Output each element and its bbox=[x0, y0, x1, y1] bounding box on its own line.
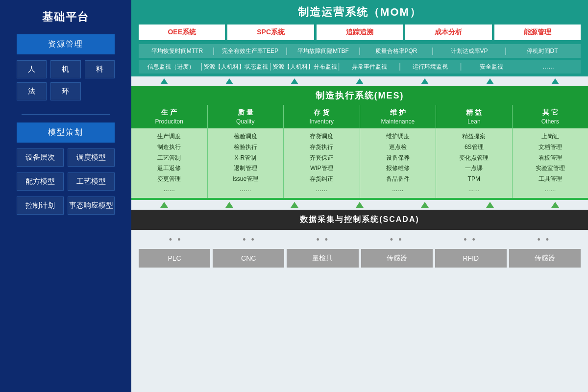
device-sensor2[interactable]: 传感器 bbox=[509, 249, 581, 268]
sidebar-item-device-level[interactable]: 设备层次 bbox=[17, 148, 64, 167]
tab-energy[interactable]: 能源管理 bbox=[494, 24, 581, 40]
sidebar-item-process-model[interactable]: 工艺模型 bbox=[68, 172, 115, 191]
sidebar-item-control-plan[interactable]: 控制计划 bbox=[17, 196, 64, 215]
sidebar-item-recipe-model[interactable]: 配方模型 bbox=[17, 172, 64, 191]
monitor-resource-dist: 资源【人机料】分布监视 bbox=[272, 63, 337, 71]
dot-4: • • bbox=[390, 235, 403, 245]
mom-kpi-row: 平均恢复时间MTTR | 完全有效生产率TEEP | 平均故障间隔MTBF | … bbox=[139, 44, 581, 58]
mes-columns: 生 产 Produciton 生产调度 制造执行 工艺管制 返工返修 变更管理 … bbox=[131, 105, 588, 198]
mom-title: 制造运营系统（MOM） bbox=[139, 5, 581, 20]
arrow-3 bbox=[291, 78, 298, 84]
devices-dots-row: • • • • • • • • • • • • bbox=[139, 233, 581, 247]
dot-3: • • bbox=[317, 235, 330, 245]
arrow-2 bbox=[225, 78, 233, 84]
sidebar-item-schedule-model[interactable]: 调度模型 bbox=[68, 148, 115, 167]
arrow-1 bbox=[160, 78, 168, 84]
scada-title: 数据采集与控制系统(SCADA) bbox=[300, 215, 419, 223]
device-sensor1[interactable]: 传感器 bbox=[361, 249, 433, 268]
sidebar-item-method[interactable]: 法 bbox=[17, 82, 47, 100]
mes-col-header-production: 生 产 Produciton bbox=[131, 105, 207, 128]
model-grid-1: 设备层次 调度模型 bbox=[17, 148, 115, 167]
bottom-arrow-7 bbox=[551, 202, 559, 208]
dot-1: • • bbox=[169, 235, 182, 245]
mes-col-body-others: 上岗证 文档管理 看板管理 实验室管理 工具管理 …… bbox=[513, 128, 588, 198]
mom-tabs: OEE系统 SPC系统 追踪追溯 成本分析 能源管理 bbox=[139, 24, 581, 40]
device-cnc[interactable]: CNC bbox=[213, 249, 284, 268]
arrow-7 bbox=[551, 78, 559, 84]
tab-oee[interactable]: OEE系统 bbox=[139, 24, 225, 40]
sidebar-divider bbox=[22, 114, 110, 115]
dot-6: • • bbox=[538, 235, 551, 245]
mes-col-others: 其 它 Others 上岗证 文档管理 看板管理 实验室管理 工具管理 …… bbox=[513, 105, 588, 198]
bottom-arrow-3 bbox=[291, 202, 298, 208]
device-rfid[interactable]: RFID bbox=[435, 249, 507, 268]
arrow-5 bbox=[421, 78, 429, 84]
kpi-teep: 完全有效生产率TEEP bbox=[216, 47, 285, 55]
bottom-arrow-1 bbox=[160, 202, 168, 208]
mes-col-quality: 质 量 Quality 检验调度 检验执行 X-R管制 退制管理 Issue管理… bbox=[208, 105, 284, 198]
model-grid-2: 配方模型 工艺模型 bbox=[17, 172, 115, 191]
monitor-resource-status: 资源【人机料】状态监视 bbox=[203, 63, 268, 71]
mes-col-body-quality: 检验调度 检验执行 X-R管制 退制管理 Issue管理 …… bbox=[208, 128, 284, 198]
mes-col-body-maintenance: 维护调度 巡点检 设备保养 报修维修 备品备件 …… bbox=[360, 128, 436, 198]
bottom-arrow-5 bbox=[421, 202, 429, 208]
device-plc[interactable]: PLC bbox=[139, 249, 210, 268]
sidebar: 基础平台 资源管理 人 机 料 法 环 模型策划 设备层次 调度模型 配方模型 … bbox=[0, 0, 131, 392]
main-area: 制造运营系统（MOM） OEE系统 SPC系统 追踪追溯 成本分析 能源管理 平… bbox=[131, 0, 588, 392]
dot-5: • • bbox=[464, 235, 477, 245]
device-gauge[interactable]: 量检具 bbox=[287, 249, 358, 268]
arrow-row-top bbox=[131, 76, 588, 86]
mes-col-production: 生 产 Produciton 生产调度 制造执行 工艺管制 返工返修 变更管理 … bbox=[131, 105, 208, 198]
monitor-security: 安全监视 bbox=[463, 63, 520, 71]
devices-section: • • • • • • • • • • • • PLC CNC 量检具 传感器 … bbox=[131, 230, 588, 270]
mes-col-header-quality: 质 量 Quality bbox=[208, 105, 284, 128]
monitor-info: 信息监视（进度） bbox=[143, 63, 199, 71]
mes-col-header-inventory: 存 货 Inventory bbox=[284, 105, 360, 128]
dot-2: • • bbox=[243, 235, 256, 245]
tab-spc[interactable]: SPC系统 bbox=[227, 24, 314, 40]
mom-monitor-row: 信息监视（进度） | 资源【人机料】状态监视 | 资源【人机料】分布监视 | 异… bbox=[139, 60, 581, 74]
resource-management-button[interactable]: 资源管理 bbox=[17, 34, 115, 54]
mes-col-maintenance: 维 护 Maintenance 维护调度 巡点检 设备保养 报修维修 备品备件 … bbox=[360, 105, 437, 198]
tab-cost[interactable]: 成本分析 bbox=[405, 24, 491, 40]
kpi-vp: 计划达成率VP bbox=[435, 47, 504, 55]
resource-grid: 人 机 料 法 环 bbox=[17, 60, 115, 100]
mes-col-body-production: 生产调度 制造执行 工艺管制 返工返修 变更管理 …… bbox=[131, 128, 207, 198]
sidebar-item-event-response[interactable]: 事态响应模型 bbox=[68, 196, 115, 215]
mes-col-body-lean: 精益提案 6S管理 变化点管理 一点课 TPM …… bbox=[436, 128, 512, 198]
sidebar-item-material[interactable]: 料 bbox=[85, 60, 115, 78]
mes-title: 制造执行系统(MES) bbox=[131, 86, 588, 105]
arrow-4 bbox=[356, 78, 364, 84]
mom-section: 制造运营系统（MOM） OEE系统 SPC系统 追踪追溯 成本分析 能源管理 平… bbox=[131, 0, 588, 76]
monitor-more: …… bbox=[520, 63, 577, 70]
monitor-env: 运行环境监视 bbox=[402, 63, 459, 71]
arrow-row-bottom bbox=[131, 200, 588, 210]
mes-col-body-inventory: 存货调度 存货执行 齐套保证 WIP管理 存货纠正 …… bbox=[284, 128, 360, 198]
mes-col-inventory: 存 货 Inventory 存货调度 存货执行 齐套保证 WIP管理 存货纠正 … bbox=[284, 105, 360, 198]
kpi-mttr: 平均恢复时间MTTR bbox=[143, 47, 212, 55]
tab-tracking[interactable]: 追踪追溯 bbox=[317, 24, 403, 40]
bottom-arrow-4 bbox=[356, 202, 364, 208]
mes-col-header-others: 其 它 Others bbox=[513, 105, 588, 128]
scada-section: 数据采集与控制系统(SCADA) bbox=[131, 210, 588, 230]
sidebar-item-environment[interactable]: 环 bbox=[50, 82, 80, 100]
bottom-arrow-6 bbox=[486, 202, 494, 208]
model-planning-button[interactable]: 模型策划 bbox=[17, 122, 115, 143]
sidebar-item-machine[interactable]: 机 bbox=[50, 60, 80, 78]
sidebar-title: 基础平台 bbox=[42, 10, 89, 24]
arrow-6 bbox=[486, 78, 494, 84]
mes-col-lean: 精 益 Lean 精益提案 6S管理 变化点管理 一点课 TPM …… bbox=[436, 105, 513, 198]
kpi-dt: 停机时间DT bbox=[508, 47, 577, 55]
devices-grid: PLC CNC 量检具 传感器 RFID 传感器 bbox=[139, 249, 581, 268]
kpi-pqr: 质量合格率PQR bbox=[362, 47, 431, 55]
model-grid-3: 控制计划 事态响应模型 bbox=[17, 196, 115, 215]
monitor-abnormal: 异常事件监视 bbox=[341, 63, 398, 71]
sidebar-item-person[interactable]: 人 bbox=[17, 60, 47, 78]
bottom-arrow-2 bbox=[225, 202, 233, 208]
mes-section: 制造执行系统(MES) 生 产 Produciton 生产调度 制造执行 工艺管… bbox=[131, 86, 588, 200]
mes-col-header-maintenance: 维 护 Maintenance bbox=[360, 105, 436, 128]
mes-col-header-lean: 精 益 Lean bbox=[436, 105, 512, 128]
kpi-mtbf: 平均故障间隔MTBF bbox=[289, 47, 358, 55]
